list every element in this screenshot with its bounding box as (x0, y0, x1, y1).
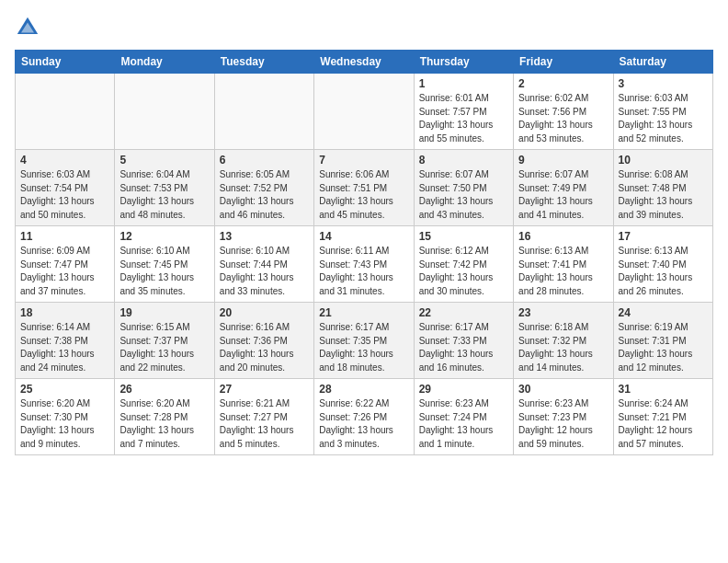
calendar-cell (115, 74, 214, 150)
day-info: Sunrise: 6:04 AM Sunset: 7:53 PM Dayligh… (119, 168, 209, 222)
calendar-cell: 5Sunrise: 6:04 AM Sunset: 7:53 PM Daylig… (115, 150, 214, 226)
calendar-week-row: 1Sunrise: 6:01 AM Sunset: 7:57 PM Daylig… (16, 74, 713, 150)
day-info: Sunrise: 6:13 AM Sunset: 7:41 PM Dayligh… (518, 245, 608, 298)
calendar-cell: 28Sunrise: 6:22 AM Sunset: 7:26 PM Dayli… (314, 379, 414, 455)
day-info: Sunrise: 6:07 AM Sunset: 7:49 PM Dayligh… (518, 168, 608, 222)
day-number: 11 (20, 230, 109, 243)
weekday-header-saturday: Saturday (613, 51, 712, 74)
day-number: 12 (119, 230, 209, 243)
day-number: 22 (419, 306, 508, 319)
day-info: Sunrise: 6:17 AM Sunset: 7:35 PM Dayligh… (319, 321, 408, 374)
day-info: Sunrise: 6:03 AM Sunset: 7:54 PM Dayligh… (20, 168, 109, 222)
weekday-header-sunday: Sunday (16, 51, 115, 74)
day-info: Sunrise: 6:24 AM Sunset: 7:21 PM Dayligh… (619, 397, 708, 451)
calendar-cell: 27Sunrise: 6:21 AM Sunset: 7:27 PM Dayli… (214, 379, 313, 455)
weekday-header-monday: Monday (115, 51, 214, 74)
calendar-cell: 25Sunrise: 6:20 AM Sunset: 7:30 PM Dayli… (16, 379, 115, 455)
calendar-cell: 15Sunrise: 6:12 AM Sunset: 7:42 PM Dayli… (414, 226, 513, 303)
day-info: Sunrise: 6:21 AM Sunset: 7:27 PM Dayligh… (220, 397, 309, 451)
logo (15, 15, 44, 40)
day-info: Sunrise: 6:05 AM Sunset: 7:52 PM Dayligh… (220, 168, 309, 222)
day-number: 15 (419, 230, 508, 243)
day-info: Sunrise: 6:11 AM Sunset: 7:43 PM Dayligh… (319, 245, 408, 298)
day-number: 4 (20, 154, 109, 167)
day-number: 30 (518, 383, 608, 396)
calendar-cell: 20Sunrise: 6:16 AM Sunset: 7:36 PM Dayli… (214, 303, 313, 379)
day-number: 20 (220, 306, 309, 319)
calendar-week-row: 11Sunrise: 6:09 AM Sunset: 7:47 PM Dayli… (16, 226, 713, 303)
day-info: Sunrise: 6:17 AM Sunset: 7:33 PM Dayligh… (419, 321, 508, 374)
day-number: 3 (619, 77, 708, 90)
day-info: Sunrise: 6:20 AM Sunset: 7:30 PM Dayligh… (20, 397, 109, 451)
day-info: Sunrise: 6:12 AM Sunset: 7:42 PM Dayligh… (419, 245, 508, 298)
calendar-cell: 13Sunrise: 6:10 AM Sunset: 7:44 PM Dayli… (214, 226, 313, 303)
day-info: Sunrise: 6:14 AM Sunset: 7:38 PM Dayligh… (20, 321, 109, 374)
day-info: Sunrise: 6:19 AM Sunset: 7:31 PM Dayligh… (619, 321, 708, 374)
day-number: 10 (619, 154, 708, 167)
day-info: Sunrise: 6:16 AM Sunset: 7:36 PM Dayligh… (220, 321, 309, 374)
weekday-header-tuesday: Tuesday (214, 51, 313, 74)
day-number: 6 (220, 154, 309, 167)
day-info: Sunrise: 6:06 AM Sunset: 7:51 PM Dayligh… (319, 168, 408, 222)
day-number: 29 (419, 383, 508, 396)
day-info: Sunrise: 6:01 AM Sunset: 7:57 PM Dayligh… (419, 92, 508, 145)
calendar-cell: 7Sunrise: 6:06 AM Sunset: 7:51 PM Daylig… (314, 150, 414, 226)
calendar-cell: 4Sunrise: 6:03 AM Sunset: 7:54 PM Daylig… (16, 150, 115, 226)
day-number: 5 (119, 154, 209, 167)
day-info: Sunrise: 6:13 AM Sunset: 7:40 PM Dayligh… (619, 245, 708, 298)
calendar-cell: 23Sunrise: 6:18 AM Sunset: 7:32 PM Dayli… (514, 303, 613, 379)
calendar-cell: 6Sunrise: 6:05 AM Sunset: 7:52 PM Daylig… (214, 150, 313, 226)
calendar-cell: 24Sunrise: 6:19 AM Sunset: 7:31 PM Dayli… (613, 303, 712, 379)
calendar-week-row: 18Sunrise: 6:14 AM Sunset: 7:38 PM Dayli… (16, 303, 713, 379)
calendar-cell: 18Sunrise: 6:14 AM Sunset: 7:38 PM Dayli… (16, 303, 115, 379)
calendar-cell: 9Sunrise: 6:07 AM Sunset: 7:49 PM Daylig… (514, 150, 613, 226)
day-number: 24 (619, 306, 708, 319)
day-info: Sunrise: 6:09 AM Sunset: 7:47 PM Dayligh… (20, 245, 109, 298)
day-number: 21 (319, 306, 408, 319)
day-info: Sunrise: 6:23 AM Sunset: 7:23 PM Dayligh… (518, 397, 608, 451)
calendar-cell: 11Sunrise: 6:09 AM Sunset: 7:47 PM Dayli… (16, 226, 115, 303)
calendar-cell: 3Sunrise: 6:03 AM Sunset: 7:55 PM Daylig… (613, 74, 712, 150)
day-number: 25 (20, 383, 109, 396)
day-number: 19 (119, 306, 209, 319)
day-info: Sunrise: 6:23 AM Sunset: 7:24 PM Dayligh… (419, 397, 508, 451)
day-number: 27 (220, 383, 309, 396)
calendar-cell (16, 74, 115, 150)
weekday-header-friday: Friday (514, 51, 613, 74)
calendar-cell: 1Sunrise: 6:01 AM Sunset: 7:57 PM Daylig… (414, 74, 513, 150)
calendar-cell: 26Sunrise: 6:20 AM Sunset: 7:28 PM Dayli… (115, 379, 214, 455)
calendar-cell (214, 74, 313, 150)
day-number: 26 (119, 383, 209, 396)
calendar-cell: 2Sunrise: 6:02 AM Sunset: 7:56 PM Daylig… (514, 74, 613, 150)
calendar-cell: 21Sunrise: 6:17 AM Sunset: 7:35 PM Dayli… (314, 303, 414, 379)
calendar-cell: 10Sunrise: 6:08 AM Sunset: 7:48 PM Dayli… (613, 150, 712, 226)
calendar-week-row: 25Sunrise: 6:20 AM Sunset: 7:30 PM Dayli… (16, 379, 713, 455)
day-number: 1 (419, 77, 508, 90)
day-number: 28 (319, 383, 408, 396)
day-number: 13 (220, 230, 309, 243)
calendar-cell: 17Sunrise: 6:13 AM Sunset: 7:40 PM Dayli… (613, 226, 712, 303)
day-number: 2 (518, 77, 608, 90)
day-info: Sunrise: 6:20 AM Sunset: 7:28 PM Dayligh… (119, 397, 209, 451)
day-info: Sunrise: 6:07 AM Sunset: 7:50 PM Dayligh… (419, 168, 508, 222)
day-number: 18 (20, 306, 109, 319)
day-number: 16 (518, 230, 608, 243)
calendar-cell: 31Sunrise: 6:24 AM Sunset: 7:21 PM Dayli… (613, 379, 712, 455)
day-number: 23 (518, 306, 608, 319)
calendar-cell (314, 74, 414, 150)
calendar-cell: 29Sunrise: 6:23 AM Sunset: 7:24 PM Dayli… (414, 379, 513, 455)
day-number: 9 (518, 154, 608, 167)
day-info: Sunrise: 6:02 AM Sunset: 7:56 PM Dayligh… (518, 92, 608, 145)
weekday-header-wednesday: Wednesday (314, 51, 414, 74)
calendar-cell: 14Sunrise: 6:11 AM Sunset: 7:43 PM Dayli… (314, 226, 414, 303)
calendar-cell: 30Sunrise: 6:23 AM Sunset: 7:23 PM Dayli… (514, 379, 613, 455)
day-number: 31 (619, 383, 708, 396)
calendar-table: SundayMondayTuesdayWednesdayThursdayFrid… (15, 50, 713, 455)
weekday-header-row: SundayMondayTuesdayWednesdayThursdayFrid… (16, 51, 713, 74)
day-info: Sunrise: 6:03 AM Sunset: 7:55 PM Dayligh… (619, 92, 708, 145)
calendar-cell: 22Sunrise: 6:17 AM Sunset: 7:33 PM Dayli… (414, 303, 513, 379)
day-number: 8 (419, 154, 508, 167)
day-info: Sunrise: 6:08 AM Sunset: 7:48 PM Dayligh… (619, 168, 708, 222)
calendar-week-row: 4Sunrise: 6:03 AM Sunset: 7:54 PM Daylig… (16, 150, 713, 226)
day-number: 17 (619, 230, 708, 243)
